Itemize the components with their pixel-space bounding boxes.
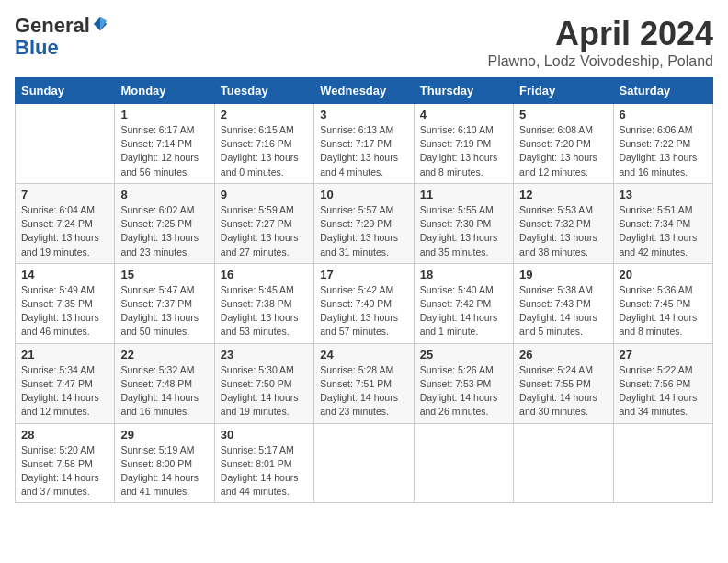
day-number: 30 bbox=[221, 428, 308, 442]
day-number: 4 bbox=[420, 108, 507, 121]
calendar-table: SundayMondayTuesdayWednesdayThursdayFrid… bbox=[15, 77, 713, 503]
calendar-day-cell: 25Sunrise: 5:26 AM Sunset: 7:53 PM Dayli… bbox=[414, 343, 513, 423]
calendar-week-row: 14Sunrise: 5:49 AM Sunset: 7:35 PM Dayli… bbox=[16, 263, 713, 343]
calendar-day-cell: 8Sunrise: 6:02 AM Sunset: 7:25 PM Daylig… bbox=[115, 183, 214, 263]
day-number: 9 bbox=[221, 188, 308, 201]
day-info: Sunrise: 5:57 AM Sunset: 7:29 PM Dayligh… bbox=[320, 203, 407, 259]
day-info: Sunrise: 5:19 AM Sunset: 8:00 PM Dayligh… bbox=[120, 443, 208, 500]
day-number: 10 bbox=[320, 188, 407, 201]
day-info: Sunrise: 5:38 AM Sunset: 7:43 PM Dayligh… bbox=[519, 283, 607, 339]
day-number: 23 bbox=[221, 348, 308, 362]
day-info: Sunrise: 5:32 AM Sunset: 7:48 PM Dayligh… bbox=[120, 363, 208, 419]
calendar-header-row: SundayMondayTuesdayWednesdayThursdayFrid… bbox=[16, 78, 713, 104]
calendar-day-cell: 18Sunrise: 5:40 AM Sunset: 7:42 PM Dayli… bbox=[414, 263, 513, 343]
calendar-day-cell: 1Sunrise: 6:17 AM Sunset: 7:14 PM Daylig… bbox=[115, 104, 214, 184]
calendar-day-cell: 11Sunrise: 5:55 AM Sunset: 7:30 PM Dayli… bbox=[414, 183, 513, 263]
calendar-day-cell: 15Sunrise: 5:47 AM Sunset: 7:37 PM Dayli… bbox=[115, 263, 214, 343]
day-number: 28 bbox=[21, 428, 108, 442]
day-number: 19 bbox=[519, 268, 607, 282]
day-info: Sunrise: 5:49 AM Sunset: 7:35 PM Dayligh… bbox=[21, 283, 108, 339]
logo: General Blue bbox=[15, 15, 108, 59]
calendar-day-cell: 21Sunrise: 5:34 AM Sunset: 7:47 PM Dayli… bbox=[16, 343, 115, 423]
day-info: Sunrise: 6:02 AM Sunset: 7:25 PM Dayligh… bbox=[120, 203, 208, 259]
day-info: Sunrise: 5:36 AM Sunset: 7:45 PM Dayligh… bbox=[620, 283, 707, 339]
calendar-day-cell: 24Sunrise: 5:28 AM Sunset: 7:51 PM Dayli… bbox=[314, 343, 414, 423]
day-info: Sunrise: 6:04 AM Sunset: 7:24 PM Dayligh… bbox=[21, 203, 108, 259]
calendar-day-cell: 9Sunrise: 5:59 AM Sunset: 7:27 PM Daylig… bbox=[214, 183, 313, 263]
weekday-header: Wednesday bbox=[314, 78, 414, 104]
weekday-header: Thursday bbox=[414, 78, 513, 104]
calendar-day-cell: 6Sunrise: 6:06 AM Sunset: 7:22 PM Daylig… bbox=[613, 104, 712, 184]
day-number: 6 bbox=[620, 108, 707, 121]
day-info: Sunrise: 5:45 AM Sunset: 7:38 PM Dayligh… bbox=[221, 283, 308, 339]
calendar-day-cell: 14Sunrise: 5:49 AM Sunset: 7:35 PM Dayli… bbox=[16, 263, 115, 343]
calendar-day-cell: 5Sunrise: 6:08 AM Sunset: 7:20 PM Daylig… bbox=[514, 104, 613, 184]
calendar-day-cell: 12Sunrise: 5:53 AM Sunset: 7:32 PM Dayli… bbox=[514, 183, 613, 263]
calendar-day-cell: 3Sunrise: 6:13 AM Sunset: 7:17 PM Daylig… bbox=[314, 104, 414, 184]
day-number: 17 bbox=[320, 268, 407, 282]
day-number: 5 bbox=[519, 108, 607, 121]
calendar-day-cell: 29Sunrise: 5:19 AM Sunset: 8:00 PM Dayli… bbox=[115, 423, 214, 503]
day-number: 7 bbox=[21, 188, 108, 201]
day-info: Sunrise: 6:15 AM Sunset: 7:16 PM Dayligh… bbox=[221, 123, 308, 179]
calendar-week-row: 28Sunrise: 5:20 AM Sunset: 7:58 PM Dayli… bbox=[16, 423, 713, 503]
page-header: General Blue April 2024 Plawno, Lodz Voi… bbox=[15, 15, 713, 70]
title-block: April 2024 Plawno, Lodz Voivodeship, Pol… bbox=[487, 15, 713, 70]
subtitle: Plawno, Lodz Voivodeship, Poland bbox=[487, 53, 713, 70]
weekday-header: Tuesday bbox=[214, 78, 313, 104]
weekday-header: Saturday bbox=[613, 78, 712, 104]
day-number: 3 bbox=[320, 108, 407, 121]
weekday-header: Sunday bbox=[16, 78, 115, 104]
day-number: 13 bbox=[620, 188, 707, 201]
day-number: 16 bbox=[221, 268, 308, 282]
day-info: Sunrise: 5:47 AM Sunset: 7:37 PM Dayligh… bbox=[120, 283, 208, 339]
day-info: Sunrise: 6:10 AM Sunset: 7:19 PM Dayligh… bbox=[420, 123, 507, 179]
calendar-week-row: 7Sunrise: 6:04 AM Sunset: 7:24 PM Daylig… bbox=[16, 183, 713, 263]
calendar-day-cell: 17Sunrise: 5:42 AM Sunset: 7:40 PM Dayli… bbox=[314, 263, 414, 343]
calendar-day-cell: 10Sunrise: 5:57 AM Sunset: 7:29 PM Dayli… bbox=[314, 183, 414, 263]
day-number: 18 bbox=[420, 268, 507, 282]
day-info: Sunrise: 5:51 AM Sunset: 7:34 PM Dayligh… bbox=[620, 203, 707, 259]
calendar-day-cell: 23Sunrise: 5:30 AM Sunset: 7:50 PM Dayli… bbox=[214, 343, 313, 423]
day-number: 27 bbox=[620, 348, 707, 362]
day-number: 21 bbox=[21, 348, 108, 362]
day-info: Sunrise: 5:42 AM Sunset: 7:40 PM Dayligh… bbox=[320, 283, 407, 339]
day-info: Sunrise: 6:08 AM Sunset: 7:20 PM Dayligh… bbox=[519, 123, 607, 179]
day-number: 22 bbox=[120, 348, 208, 362]
day-number: 8 bbox=[120, 188, 208, 201]
day-number: 29 bbox=[120, 428, 208, 442]
day-number: 12 bbox=[519, 188, 607, 201]
calendar-day-cell: 19Sunrise: 5:38 AM Sunset: 7:43 PM Dayli… bbox=[514, 263, 613, 343]
calendar-day-cell bbox=[16, 104, 115, 184]
day-info: Sunrise: 6:17 AM Sunset: 7:14 PM Dayligh… bbox=[120, 123, 208, 179]
weekday-header: Monday bbox=[115, 78, 214, 104]
day-info: Sunrise: 5:24 AM Sunset: 7:55 PM Dayligh… bbox=[519, 363, 607, 419]
day-info: Sunrise: 5:34 AM Sunset: 7:47 PM Dayligh… bbox=[21, 363, 108, 419]
day-info: Sunrise: 5:30 AM Sunset: 7:50 PM Dayligh… bbox=[221, 363, 308, 419]
day-number: 2 bbox=[221, 108, 308, 121]
day-info: Sunrise: 6:13 AM Sunset: 7:17 PM Dayligh… bbox=[320, 123, 407, 179]
day-info: Sunrise: 5:40 AM Sunset: 7:42 PM Dayligh… bbox=[420, 283, 507, 339]
calendar-day-cell: 7Sunrise: 6:04 AM Sunset: 7:24 PM Daylig… bbox=[16, 183, 115, 263]
logo-blue: Blue bbox=[15, 36, 59, 59]
day-number: 25 bbox=[420, 348, 507, 362]
weekday-header: Friday bbox=[514, 78, 613, 104]
calendar-day-cell: 13Sunrise: 5:51 AM Sunset: 7:34 PM Dayli… bbox=[613, 183, 712, 263]
calendar-day-cell: 27Sunrise: 5:22 AM Sunset: 7:56 PM Dayli… bbox=[613, 343, 712, 423]
logo-general: General bbox=[15, 14, 90, 37]
calendar-week-row: 1Sunrise: 6:17 AM Sunset: 7:14 PM Daylig… bbox=[16, 104, 713, 184]
calendar-day-cell bbox=[314, 423, 414, 503]
calendar-day-cell bbox=[514, 423, 613, 503]
calendar-day-cell: 28Sunrise: 5:20 AM Sunset: 7:58 PM Dayli… bbox=[16, 423, 115, 503]
day-info: Sunrise: 5:55 AM Sunset: 7:30 PM Dayligh… bbox=[420, 203, 507, 259]
day-number: 1 bbox=[120, 108, 208, 121]
day-info: Sunrise: 5:26 AM Sunset: 7:53 PM Dayligh… bbox=[420, 363, 507, 419]
day-info: Sunrise: 5:20 AM Sunset: 7:58 PM Dayligh… bbox=[21, 443, 108, 500]
calendar-day-cell: 26Sunrise: 5:24 AM Sunset: 7:55 PM Dayli… bbox=[514, 343, 613, 423]
day-info: Sunrise: 5:17 AM Sunset: 8:01 PM Dayligh… bbox=[221, 443, 308, 500]
calendar-day-cell: 2Sunrise: 6:15 AM Sunset: 7:16 PM Daylig… bbox=[214, 104, 313, 184]
calendar-day-cell: 20Sunrise: 5:36 AM Sunset: 7:45 PM Dayli… bbox=[613, 263, 712, 343]
calendar-day-cell: 16Sunrise: 5:45 AM Sunset: 7:38 PM Dayli… bbox=[214, 263, 313, 343]
day-number: 15 bbox=[120, 268, 208, 282]
month-title: April 2024 bbox=[487, 15, 713, 53]
